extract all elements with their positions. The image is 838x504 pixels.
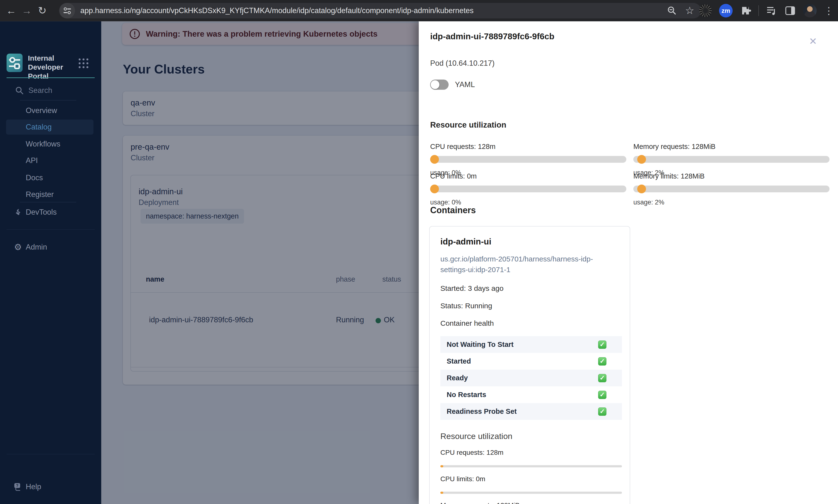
container-health-table: Not Waiting To Start ✓ Started ✓ Ready ✓… xyxy=(440,336,622,420)
browser-forward-button[interactable]: → xyxy=(19,3,34,18)
drawer-backdrop[interactable] xyxy=(101,21,419,504)
metric-bar xyxy=(440,492,622,494)
yaml-toggle-label: YAML xyxy=(455,80,475,89)
gauge-knob xyxy=(430,184,439,193)
container-metric-memory-requests: Memory requests: 128MiB xyxy=(440,502,619,504)
sidebar-item-devtools[interactable]: DevTools xyxy=(6,205,93,220)
metric-gauge xyxy=(633,184,830,193)
sidebar-item-label: Admin xyxy=(26,243,47,252)
health-label: Not Waiting To Start xyxy=(447,341,513,348)
media-playlist-icon[interactable] xyxy=(766,5,777,16)
sidebar-item-label: DevTools xyxy=(26,208,57,217)
close-icon[interactable]: ✕ xyxy=(807,35,819,47)
browser-profile-avatar[interactable] xyxy=(803,4,817,17)
gear-icon: ⚙ xyxy=(14,242,22,252)
search-icon xyxy=(15,86,23,95)
metric-memory-limits: Memory limits: 128MiB usage: 2% xyxy=(633,172,830,206)
sidebar-item-label: Docs xyxy=(26,174,43,182)
sidebar-item-label: Workflows xyxy=(26,140,60,148)
metric-cpu-limits: CPU limits: 0m usage: 0% xyxy=(430,172,626,206)
side-panel-icon[interactable] xyxy=(785,5,796,16)
container-image: us.gcr.io/platform-205701/harness/harnes… xyxy=(440,254,610,275)
extension-spinner-icon[interactable] xyxy=(699,4,712,17)
zoom-extension-icon[interactable]: zm xyxy=(719,4,733,17)
pod-details-drawer: idp-admin-ui-7889789fc6-9f6cb ✕ Pod (10.… xyxy=(419,21,838,504)
toolbar-separator xyxy=(758,5,759,16)
sidebar-item-docs[interactable]: Docs xyxy=(6,170,93,185)
metric-label: CPU requests: 128m xyxy=(440,449,619,456)
health-row: Started ✓ xyxy=(440,353,622,370)
check-icon: ✓ xyxy=(598,391,606,399)
resource-utilization-heading: Resource utilization xyxy=(430,120,506,129)
portal-title: Internal Developer Portal xyxy=(28,54,81,80)
wrench-icon xyxy=(14,208,22,216)
browser-reload-button[interactable]: ↻ xyxy=(34,3,50,18)
metric-label: Memory limits: 128MiB xyxy=(633,172,830,180)
health-label: No Restarts xyxy=(447,391,486,399)
gauge-knob xyxy=(430,155,439,164)
health-row: Not Waiting To Start ✓ xyxy=(440,336,622,353)
sidebar-item-catalog[interactable]: Catalog xyxy=(6,120,93,134)
health-label: Readiness Probe Set xyxy=(447,408,517,415)
container-metric-cpu-requests: CPU requests: 128m xyxy=(440,449,619,467)
metric-gauge xyxy=(430,155,626,164)
sidebar-item-label: Help xyxy=(26,482,41,491)
metric-label: CPU limits: 0m xyxy=(440,475,619,483)
sidebar-divider xyxy=(6,454,95,454)
sidebar-item-label: Register xyxy=(26,190,54,199)
sidebar-divider xyxy=(20,202,76,202)
metric-cpu-requests: CPU requests: 128m usage: 0% xyxy=(430,143,626,177)
metric-label: Memory requests: 128MiB xyxy=(440,502,619,504)
sidebar-divider xyxy=(20,100,76,101)
sidebar-item-label: Overview xyxy=(26,106,57,115)
container-status: Status: Running xyxy=(440,302,619,310)
check-icon: ✓ xyxy=(598,374,606,382)
check-icon: ✓ xyxy=(598,408,606,416)
browser-menu-icon[interactable]: ⋮ xyxy=(824,5,834,16)
yaml-toggle[interactable] xyxy=(430,79,449,90)
sidebar-search[interactable]: Search xyxy=(0,84,101,97)
metric-label: Memory requests: 128MiB xyxy=(633,143,830,150)
health-label: Started xyxy=(447,357,471,365)
pod-subtitle: Pod (10.64.10.217) xyxy=(430,59,494,68)
gauge-knob xyxy=(637,155,646,164)
container-metric-cpu-limits: CPU limits: 0m xyxy=(440,475,619,494)
container-ru-heading: Resource utilization xyxy=(440,431,619,441)
sidebar-item-api[interactable]: API xyxy=(6,153,93,168)
url-text[interactable]: app.harness.io/ng/account/vpCkHKsDSxK9_K… xyxy=(80,6,667,15)
container-card: idp-admin-ui us.gcr.io/platform-205701/h… xyxy=(429,226,630,504)
browser-back-button[interactable]: ← xyxy=(3,3,19,18)
sidebar-item-register[interactable]: Register xyxy=(6,187,93,202)
check-icon: ✓ xyxy=(598,341,606,349)
address-bar[interactable]: app.harness.io/ng/account/vpCkHKsDSxK9_K… xyxy=(59,3,701,18)
health-row: No Restarts ✓ xyxy=(440,386,622,403)
extensions-puzzle-icon[interactable] xyxy=(740,5,751,16)
svg-text:?: ? xyxy=(16,484,18,488)
sidebar-item-label: Catalog xyxy=(26,123,52,131)
sidebar: Internal Developer Portal Search Overvie… xyxy=(0,21,101,504)
health-row: Readiness Probe Set ✓ xyxy=(440,403,622,420)
sidebar-accent-divider xyxy=(6,77,95,78)
container-health-heading: Container health xyxy=(440,319,619,327)
metric-bar xyxy=(440,465,622,467)
sidebar-item-workflows[interactable]: Workflows xyxy=(6,137,93,151)
metric-gauge xyxy=(430,184,626,193)
zoom-out-icon[interactable] xyxy=(667,6,677,16)
sidebar-item-admin[interactable]: ⚙ Admin xyxy=(6,240,93,255)
search-placeholder: Search xyxy=(29,86,52,95)
sidebar-item-overview[interactable]: Overview xyxy=(6,103,93,118)
container-started: Started: 3 days ago xyxy=(440,284,619,292)
sidebar-item-help[interactable]: ? Help xyxy=(6,479,93,494)
gauge-knob xyxy=(637,184,646,193)
bookmark-star-icon[interactable]: ☆ xyxy=(685,6,694,16)
check-icon: ✓ xyxy=(598,357,606,365)
containers-heading: Containers xyxy=(430,205,476,215)
site-settings-icon[interactable] xyxy=(59,3,75,18)
module-grid-icon[interactable] xyxy=(78,58,89,69)
yaml-toggle-thumb xyxy=(431,80,439,89)
help-chat-icon: ? xyxy=(14,483,22,491)
health-label: Ready xyxy=(447,374,468,382)
metric-gauge xyxy=(633,155,830,164)
idp-logo xyxy=(6,54,22,72)
metric-label: CPU limits: 0m xyxy=(430,172,626,180)
